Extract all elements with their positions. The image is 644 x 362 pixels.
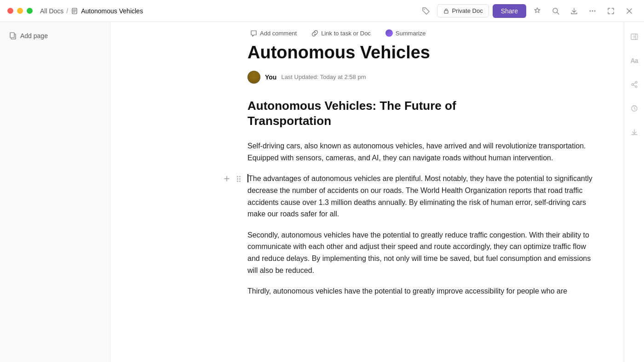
meta-author: You <box>265 74 276 81</box>
paragraph-block-3: Secondly, autonomous vehicles have the p… <box>247 229 596 276</box>
summarize-label: Summarize <box>396 30 426 37</box>
paragraph-block-1: Self-driving cars, also known as autonom… <box>247 140 596 164</box>
add-comment-button[interactable]: Add comment <box>247 28 299 39</box>
svg-line-18 <box>633 83 635 85</box>
block-controls <box>222 174 244 184</box>
add-comment-label: Add comment <box>260 30 297 37</box>
share-button[interactable]: Share <box>493 4 526 18</box>
font-size-icon: Aa <box>631 57 638 64</box>
svg-line-19 <box>633 85 635 86</box>
svg-point-10 <box>594 10 596 11</box>
avatar <box>247 71 260 84</box>
paragraph-block-2: The advantages of autonomous vehicles ar… <box>247 173 596 220</box>
private-doc-button[interactable]: Private Doc <box>437 4 489 17</box>
link-task-button[interactable]: Link to task or Doc <box>309 28 374 39</box>
star-icon-btn[interactable] <box>530 4 545 18</box>
section-title: Autonomous Vehicles: The Future of Trans… <box>247 98 596 130</box>
doc-meta: You Last Updated: Today at 2:58 pm <box>247 71 596 84</box>
minimize-button[interactable] <box>17 8 23 14</box>
share-right-btn[interactable] <box>627 77 642 92</box>
private-doc-label: Private Doc <box>452 7 483 14</box>
add-page-label: Add page <box>20 32 48 40</box>
doc-title: Autonomous Vehicles <box>247 42 596 63</box>
comment-icon <box>250 30 257 37</box>
automation-btn[interactable] <box>627 101 642 116</box>
link-task-label: Link to task or Doc <box>321 30 371 37</box>
paragraph-4-text: Thirdly, autonomous vehicles have the po… <box>247 285 596 297</box>
left-sidebar: Add page <box>0 22 110 362</box>
export-right-btn[interactable] <box>627 125 642 140</box>
maximize-button[interactable] <box>27 8 33 14</box>
svg-point-6 <box>553 8 558 13</box>
title-bar: All Docs / Autonomous Vehicles Private <box>0 0 644 22</box>
summarize-icon <box>385 29 393 37</box>
svg-point-8 <box>590 10 591 11</box>
svg-line-7 <box>557 12 559 14</box>
export-icon-btn[interactable] <box>567 4 581 18</box>
breadcrumb-current-doc: Autonomous Vehicles <box>81 7 143 15</box>
breadcrumb-all-docs[interactable]: All Docs <box>40 7 63 15</box>
more-options-btn[interactable] <box>585 4 600 18</box>
search-icon-btn[interactable] <box>548 4 563 18</box>
close-window-btn[interactable] <box>622 4 637 18</box>
drag-handle-icon <box>236 175 242 183</box>
svg-point-4 <box>424 9 425 10</box>
tag-icon-btn[interactable] <box>419 4 433 18</box>
expand-icon-btn[interactable] <box>604 4 618 18</box>
breadcrumb: All Docs / Autonomous Vehicles <box>40 7 143 15</box>
svg-rect-5 <box>444 11 448 13</box>
right-sidebar: Aa <box>624 22 644 362</box>
collapse-sidebar-btn[interactable] <box>627 29 642 44</box>
summarize-button[interactable]: Summarize <box>383 28 429 39</box>
svg-rect-13 <box>10 33 14 38</box>
font-size-btn[interactable]: Aa <box>627 53 642 68</box>
paragraph-3-text: Secondly, autonomous vehicles have the p… <box>247 229 596 276</box>
drag-handle-btn[interactable] <box>234 174 244 184</box>
paragraph-2-text: The advantages of autonomous vehicles ar… <box>247 173 596 220</box>
main-layout: Add page Add comment <box>0 22 644 362</box>
close-button[interactable] <box>7 8 13 14</box>
avatar-image <box>247 71 260 84</box>
toolbar-row: Add comment Link to task or Doc Summariz… <box>247 22 596 42</box>
link-icon <box>311 30 318 37</box>
doc-icon <box>71 7 78 15</box>
paragraph-1-text: Self-driving cars, also known as autonom… <box>247 140 596 164</box>
svg-point-9 <box>592 10 593 11</box>
add-page-button[interactable]: Add page <box>6 29 104 42</box>
title-bar-right: Private Doc Share <box>419 4 637 18</box>
window-controls <box>7 8 33 14</box>
svg-rect-16 <box>631 34 638 40</box>
doc-content: Autonomous Vehicles You Last Updated: To… <box>247 42 596 325</box>
meta-updated: Last Updated: Today at 2:58 pm <box>281 74 366 80</box>
paragraph-block-4: Thirdly, autonomous vehicles have the po… <box>247 285 596 297</box>
breadcrumb-separator: / <box>66 7 68 15</box>
content-area: Add comment Link to task or Doc Summariz… <box>110 22 624 362</box>
add-block-btn[interactable] <box>222 174 232 184</box>
